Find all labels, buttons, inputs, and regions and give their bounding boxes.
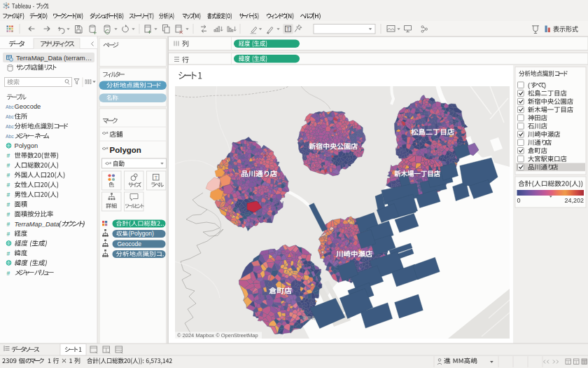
svg-text:#: #: [7, 182, 10, 189]
svg-text:(Polygon): (Polygon): [129, 230, 155, 237]
svg-text:© 2024 Mapbox © OpenStreetMap: © 2024 Mapbox © OpenStreetMap: [177, 332, 258, 339]
svg-text:Abc: Abc: [6, 124, 14, 129]
svg-text:): ): [544, 82, 546, 89]
svg-text:24,202: 24,202: [564, 197, 584, 204]
svg-text:Polygon: Polygon: [110, 146, 141, 154]
svg-text:Polygon: Polygon: [15, 142, 38, 149]
svg-text:#: #: [7, 172, 10, 179]
svg-text:Abc: Abc: [6, 134, 14, 139]
svg-text:#: #: [7, 221, 10, 228]
svg-text:Abc: Abc: [6, 104, 14, 109]
svg-text:#: #: [7, 250, 10, 257]
svg-text:#: #: [7, 162, 10, 169]
svg-text:Geocode: Geocode: [15, 103, 41, 110]
svg-text:T: T: [286, 27, 290, 32]
svg-text:TerraMap_Data (terram…: TerraMap_Data (terram…: [16, 54, 92, 62]
svg-text:Abc: Abc: [6, 114, 14, 119]
svg-text:0: 0: [517, 197, 521, 204]
svg-text:T: T: [155, 175, 158, 180]
svg-text:#: #: [7, 270, 10, 277]
svg-text:TerraMap_Data: TerraMap_Data: [15, 221, 59, 228]
svg-text:#: #: [7, 191, 10, 198]
svg-text:Geocode: Geocode: [118, 240, 142, 247]
svg-text:#: #: [7, 211, 10, 218]
svg-text:#: #: [7, 201, 10, 208]
svg-text:#: #: [7, 231, 10, 238]
svg-text:#: #: [7, 152, 10, 159]
